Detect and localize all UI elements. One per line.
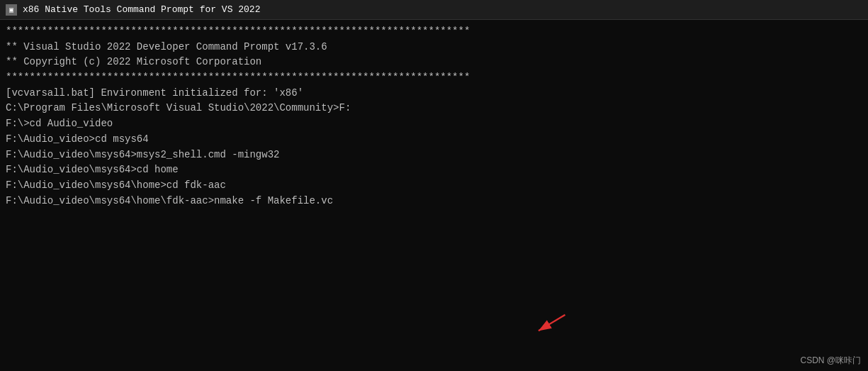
terminal-line: F:\Audio_video\msys64\home>cd fdk-aac bbox=[6, 178, 862, 194]
terminal-line: F:\Audio_video\msys64>msys2_shell.cmd -m… bbox=[6, 148, 862, 163]
svg-line-1 bbox=[539, 315, 565, 331]
terminal-line: F:\Audio_video\msys64\home\fdk-aac>nmake… bbox=[6, 194, 862, 209]
terminal-line: ****************************************… bbox=[6, 24, 862, 40]
terminal-line: ** Copyright (c) 2022 Microsoft Corporat… bbox=[6, 55, 862, 70]
title-bar: ▣ x86 Native Tools Command Prompt for VS… bbox=[0, 0, 868, 20]
terminal-line: [vcvarsall.bat] Environment initialized … bbox=[6, 86, 862, 101]
terminal-line: F:\Audio_video>cd msys64 bbox=[6, 132, 862, 148]
terminal-line: ****************************************… bbox=[6, 70, 862, 86]
terminal-line: C:\Program Files\Microsoft Visual Studio… bbox=[6, 101, 862, 116]
watermark: CSDN @咪咔门 bbox=[800, 355, 861, 367]
terminal-line: F:\>cd Audio_video bbox=[6, 116, 862, 132]
title-bar-text: x86 Native Tools Command Prompt for VS 2… bbox=[23, 4, 260, 15]
terminal-body: ****************************************… bbox=[0, 20, 868, 371]
arrow-annotation bbox=[528, 309, 570, 340]
terminal-line: F:\Audio_video\msys64>cd home bbox=[6, 162, 862, 178]
window-icon: ▣ bbox=[6, 4, 17, 16]
terminal-line: ** Visual Studio 2022 Developer Command … bbox=[6, 40, 862, 55]
